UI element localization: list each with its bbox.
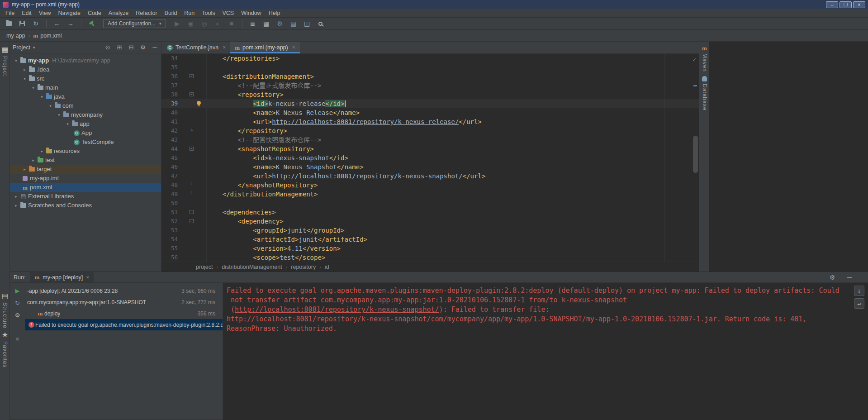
code-line[interactable]: 37 <!--配置正式版发布仓库--> (161, 81, 699, 90)
tree-item-resources[interactable]: ▸resources (10, 147, 161, 156)
breadcrumb-item[interactable]: mpom.xml (33, 33, 62, 39)
editor-breadcrumb-item[interactable]: project (196, 264, 213, 270)
menu-file[interactable]: File (2, 9, 18, 18)
soft-wrap-icon[interactable]: ↵ (854, 298, 864, 309)
fold-toggle-icon[interactable]: − (190, 147, 194, 151)
close-icon[interactable]: × (223, 44, 226, 51)
debug-icon[interactable]: ◉ (186, 19, 196, 29)
tool-button-favorites[interactable]: ★Favorites (0, 330, 10, 368)
search-everywhere-icon[interactable] (316, 19, 326, 29)
layout-icon[interactable]: ▦ (261, 19, 271, 29)
code-line[interactable]: 55 <version>4.11</version> (161, 244, 699, 253)
maximize-button[interactable]: ❐ (840, 1, 852, 8)
chevron-right-icon[interactable]: ▸ (38, 147, 45, 156)
tree-item-java[interactable]: ▾java (10, 92, 161, 101)
editor-breadcrumb-item[interactable]: repository (291, 264, 316, 270)
code-line[interactable]: 51− <dependencies> (161, 208, 699, 217)
menu-build[interactable]: Build (161, 9, 181, 18)
close-icon[interactable]: × (86, 274, 89, 281)
tool-button-database[interactable]: Database (699, 76, 710, 110)
minimize-button[interactable]: – (826, 1, 838, 8)
code-line[interactable]: 34 </repositories> (161, 54, 699, 63)
menu-window[interactable]: Window (237, 9, 265, 18)
code-line[interactable]: 50 (161, 199, 699, 208)
forward-icon[interactable]: → (66, 19, 76, 29)
gear-icon[interactable]: ⚙ (139, 44, 147, 51)
tree-item-target[interactable]: ▸target (10, 165, 161, 174)
tool-button-maven[interactable]: mMaven (699, 45, 710, 72)
menu-tools[interactable]: Tools (198, 9, 218, 18)
stop-run-icon[interactable]: ■ (14, 334, 22, 343)
attach-icon[interactable]: ≣ (248, 19, 258, 29)
fold-toggle-icon[interactable]: − (190, 92, 194, 96)
fold-toggle-icon[interactable]: − (190, 210, 194, 214)
chevron-right-icon[interactable]: ▸ (13, 192, 19, 201)
code-line[interactable]: 42└ </repository> (161, 126, 699, 135)
fold-toggle-icon[interactable]: − (190, 219, 194, 223)
code-line[interactable]: 45 <id>k-nexus-snapshot</id> (161, 153, 699, 162)
tree-item-testcompile[interactable]: CTestCompile (10, 138, 161, 147)
hide-icon[interactable]: ─ (151, 44, 158, 51)
code-line[interactable]: 39 <id>k-nexus-release</id> (161, 99, 699, 108)
menu-edit[interactable]: Edit (18, 9, 35, 18)
tree-item-com[interactable]: ▾com (10, 101, 161, 110)
console-link[interactable]: http://localhost:8081/repository/k-nexus… (227, 315, 717, 323)
chevron-down-icon[interactable]: ▾ (33, 45, 35, 50)
inspection-ok-icon[interactable]: ✓ (693, 56, 696, 63)
run-tree-row[interactable]: !Failed to execute goal org.apache.maven… (25, 319, 223, 330)
editor-breadcrumb-item[interactable]: distributionManagement (222, 264, 282, 270)
scroll-to-end-icon[interactable]: ↧ (854, 286, 864, 296)
back-icon[interactable]: ← (52, 19, 62, 29)
menu-refactor[interactable]: Refactor (132, 9, 161, 18)
stop-icon[interactable]: ■ (227, 19, 237, 29)
chevron-right-icon[interactable]: ▸ (13, 201, 19, 210)
menu-analyze[interactable]: Analyze (105, 9, 132, 18)
profiler-icon[interactable]: ◐ (213, 19, 223, 29)
close-icon[interactable]: × (292, 44, 295, 51)
resume-icon[interactable]: ↻ (14, 299, 22, 307)
tree-item-mycompany[interactable]: ▾mycompany (10, 110, 161, 119)
run-tree-row[interactable]: com.mycompany.app:my-app:jar:1.0-SNAPSHO… (25, 296, 223, 308)
code-line[interactable]: 52− <dependency> (161, 217, 699, 226)
chevron-right-icon[interactable]: ▸ (21, 65, 28, 74)
tree-item-my-app-iml[interactable]: my-app.iml (10, 174, 161, 183)
tree-item-src[interactable]: ▾src (10, 74, 161, 83)
menu-vcs[interactable]: VCS (218, 9, 237, 18)
editor-scrollbar[interactable] (693, 136, 698, 173)
editor-tab-pom.xml[interactable]: mpom.xml (my-app)× (230, 42, 300, 53)
chevron-down-icon[interactable]: ▾ (21, 74, 28, 83)
tree-item-scratches-and-consoles[interactable]: ▸Scratches and Consoles (10, 201, 161, 210)
gear-icon[interactable]: ⚙ (827, 272, 837, 282)
chevron-down-icon[interactable]: ▾ (47, 101, 54, 110)
coverage-icon[interactable]: ◎ (199, 19, 209, 29)
code-line[interactable]: 49└ </distributionManagement> (161, 190, 699, 199)
tree-item-app[interactable]: ▾app (10, 119, 161, 129)
menu-help[interactable]: Help (265, 9, 284, 18)
menu-navigate[interactable]: Navigate (55, 9, 84, 18)
project-panel-title[interactable]: Project (13, 44, 30, 51)
menu-view[interactable]: View (35, 9, 55, 18)
editor-breadcrumb-item[interactable]: id (325, 264, 329, 270)
synchronize-icon[interactable]: ↻ (31, 19, 41, 29)
chevron-right-icon[interactable]: ▸ (21, 165, 28, 174)
breadcrumb-item[interactable]: my-app (6, 33, 25, 39)
menu-run[interactable]: Run (180, 9, 198, 18)
code-line[interactable]: 40 <name>K Nexus Release</name> (161, 108, 699, 117)
code-line[interactable]: 44− <snapshotRepository> (161, 144, 699, 153)
run-tab[interactable]: m my-app [deploy] × (30, 272, 94, 282)
chevron-down-icon[interactable]: ▾ (38, 92, 45, 101)
tree-item-main[interactable]: ▾main (10, 83, 161, 92)
code-editor[interactable]: 34 </repositories>3536− <distributionMan… (161, 54, 699, 262)
tree-item-my-app[interactable]: ▾my-appH:\Java\maven\my-app (10, 56, 161, 65)
collapse-all-icon[interactable]: ⊟ (128, 44, 135, 51)
open-icon[interactable] (4, 19, 14, 29)
code-line[interactable]: 54 <artifactId>junit</artifactId> (161, 235, 699, 244)
save-all-icon[interactable] (17, 19, 27, 29)
tree-item--idea[interactable]: ▸.idea (10, 65, 161, 74)
run-tree-row[interactable]: mdeploy356 ms (25, 308, 223, 319)
windows-icon[interactable]: ◫ (302, 19, 312, 29)
tool-button-structure[interactable]: ▤Structure (0, 291, 10, 329)
chevron-down-icon[interactable]: ▾ (64, 119, 71, 129)
fold-toggle-icon[interactable]: − (190, 74, 194, 78)
locate-icon[interactable]: ⊙ (104, 44, 111, 51)
